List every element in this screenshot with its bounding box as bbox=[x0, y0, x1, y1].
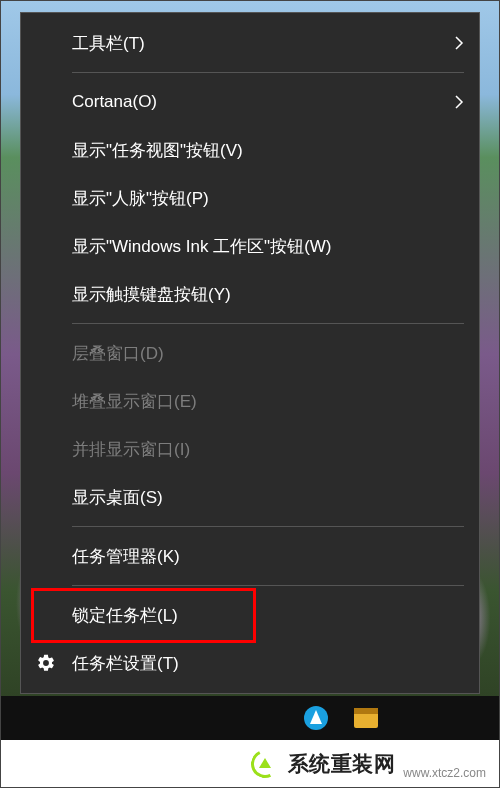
menu-item[interactable]: 任务管理器(K) bbox=[22, 532, 478, 580]
menu-item-label: 任务栏设置(T) bbox=[72, 652, 446, 675]
taskbar-context-menu: 工具栏(T)Cortana(O)显示"任务视图"按钮(V)显示"人脉"按钮(P)… bbox=[20, 12, 480, 694]
menu-item[interactable]: 显示"人脉"按钮(P) bbox=[22, 174, 478, 222]
gear-icon bbox=[36, 653, 72, 673]
svg-rect-2 bbox=[354, 708, 378, 714]
menu-item-label: 显示"任务视图"按钮(V) bbox=[72, 139, 446, 162]
chevron-right-icon bbox=[446, 94, 464, 110]
menu-item-label: 显示桌面(S) bbox=[72, 486, 446, 509]
menu-item-label: 显示"人脉"按钮(P) bbox=[72, 187, 446, 210]
menu-item-label: 任务管理器(K) bbox=[72, 545, 446, 568]
menu-separator bbox=[72, 72, 464, 73]
menu-item-label: 工具栏(T) bbox=[72, 32, 446, 55]
watermark-bar: 系统重装网 www.xtcz2.com bbox=[0, 740, 500, 788]
menu-item[interactable]: 显示桌面(S) bbox=[22, 473, 478, 521]
watermark-url: www.xtcz2.com bbox=[403, 766, 486, 780]
menu-item[interactable]: 显示触摸键盘按钮(Y) bbox=[22, 270, 478, 318]
menu-item[interactable]: 显示"任务视图"按钮(V) bbox=[22, 126, 478, 174]
taskbar-app-icon[interactable] bbox=[300, 702, 332, 734]
menu-item[interactable]: 锁定任务栏(L) bbox=[22, 591, 478, 639]
chevron-right-icon bbox=[446, 35, 464, 51]
menu-item-label: 层叠窗口(D) bbox=[72, 342, 446, 365]
menu-separator bbox=[72, 526, 464, 527]
menu-separator bbox=[72, 323, 464, 324]
menu-separator bbox=[72, 585, 464, 586]
menu-item[interactable]: 工具栏(T) bbox=[22, 19, 478, 67]
menu-item[interactable]: 任务栏设置(T) bbox=[22, 639, 478, 687]
menu-item-label: Cortana(O) bbox=[72, 92, 446, 112]
menu-item[interactable]: 显示"Windows Ink 工作区"按钮(W) bbox=[22, 222, 478, 270]
menu-item-label: 堆叠显示窗口(E) bbox=[72, 390, 446, 413]
menu-item-label: 显示"Windows Ink 工作区"按钮(W) bbox=[72, 235, 446, 258]
menu-item-label: 显示触摸键盘按钮(Y) bbox=[72, 283, 446, 306]
menu-item: 堆叠显示窗口(E) bbox=[22, 377, 478, 425]
menu-item-label: 并排显示窗口(I) bbox=[72, 438, 446, 461]
menu-item: 并排显示窗口(I) bbox=[22, 425, 478, 473]
taskbar[interactable] bbox=[0, 696, 500, 740]
menu-item-label: 锁定任务栏(L) bbox=[72, 604, 446, 627]
watermark-brand: 系统重装网 bbox=[288, 750, 396, 778]
watermark-logo-icon bbox=[250, 749, 280, 779]
menu-item: 层叠窗口(D) bbox=[22, 329, 478, 377]
menu-item[interactable]: Cortana(O) bbox=[22, 78, 478, 126]
taskbar-app-icon[interactable] bbox=[350, 702, 382, 734]
